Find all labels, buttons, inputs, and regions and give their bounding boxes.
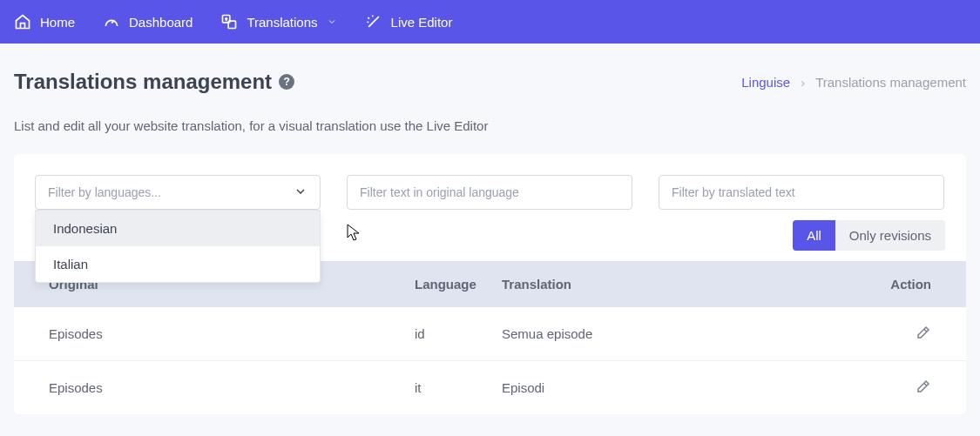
home-icon <box>14 13 31 30</box>
cell-language: id <box>415 326 502 341</box>
language-dropdown: Indonesian Italian <box>35 210 321 283</box>
toggle-all-button[interactable]: All <box>793 220 835 251</box>
nav-home[interactable]: Home <box>14 13 75 30</box>
col-header-translation: Translation <box>502 277 879 292</box>
edit-icon <box>916 328 931 343</box>
breadcrumb-root[interactable]: Linguise <box>741 75 790 90</box>
cell-original: Episodes <box>49 380 415 395</box>
chevron-down-icon <box>327 17 337 27</box>
chevron-right-icon: › <box>801 75 805 90</box>
help-icon[interactable]: ? <box>279 74 294 90</box>
cell-translation: Semua episode <box>502 326 879 341</box>
col-header-action: Action <box>879 277 931 292</box>
page-title: Translations management <box>14 70 272 94</box>
edit-button[interactable] <box>879 379 931 397</box>
page-subtitle: List and edit all your website translati… <box>14 118 966 133</box>
wand-icon <box>365 13 382 30</box>
translate-icon <box>220 13 238 30</box>
revision-toggle: All Only revisions <box>793 220 945 251</box>
table-row: Episodes it Episodi <box>14 361 966 414</box>
nav-home-label: Home <box>40 15 75 30</box>
breadcrumb-current: Translations management <box>815 75 966 90</box>
page-body: Translations management ? Linguise › Tra… <box>0 44 980 414</box>
language-filter[interactable]: Filter by languages... <box>35 175 321 210</box>
cell-translation: Episodi <box>502 380 879 395</box>
cell-original: Episodes <box>49 326 415 341</box>
breadcrumb: Linguise › Translations management <box>741 75 966 90</box>
nav-dashboard[interactable]: Dashboard <box>103 13 193 30</box>
original-text-filter[interactable] <box>347 175 632 210</box>
nav-translations-label: Translations <box>247 15 317 30</box>
edit-button[interactable] <box>879 325 931 343</box>
top-navigation: Home Dashboard Translations Live Editor <box>0 0 980 44</box>
cell-language: it <box>415 380 502 395</box>
filter-card: Filter by languages... Indonesian Italia… <box>14 154 966 414</box>
language-option-italian[interactable]: Italian <box>36 246 320 282</box>
col-header-language: Language <box>415 277 502 292</box>
language-filter-wrap: Filter by languages... Indonesian Italia… <box>35 175 321 210</box>
page-header: Translations management ? Linguise › Tra… <box>14 70 966 94</box>
nav-live-editor[interactable]: Live Editor <box>365 13 453 30</box>
language-filter-placeholder: Filter by languages... <box>48 185 161 199</box>
edit-icon <box>916 382 931 397</box>
table-row: Episodes id Semua episode <box>14 307 966 361</box>
nav-translations[interactable]: Translations <box>220 13 336 30</box>
toggle-revisions-button[interactable]: Only revisions <box>835 220 945 251</box>
filter-row: Filter by languages... Indonesian Italia… <box>14 154 966 210</box>
chevron-down-icon <box>294 184 308 201</box>
gauge-icon <box>103 13 120 30</box>
language-option-indonesian[interactable]: Indonesian <box>36 211 320 246</box>
nav-live-editor-label: Live Editor <box>391 15 453 30</box>
translated-text-filter[interactable] <box>659 175 944 210</box>
nav-dashboard-label: Dashboard <box>129 15 193 30</box>
